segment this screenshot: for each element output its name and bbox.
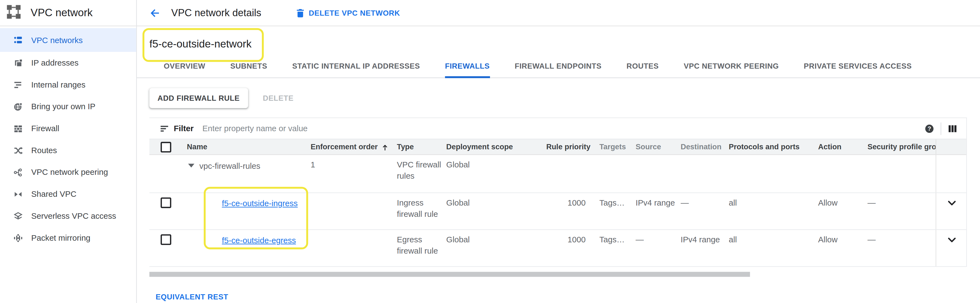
sidebar-item-label: Internal ranges	[31, 80, 85, 89]
row-checkbox[interactable]	[161, 197, 171, 208]
column-header-enforcement-label: Enforcement order	[311, 143, 378, 151]
network-name: f5-ce-outside-network	[150, 37, 980, 52]
sidebar-item-label: Routes	[31, 146, 57, 155]
column-header-name[interactable]: Name	[185, 143, 309, 151]
rule-link-ingress[interactable]: f5-ce-outside-ingress	[222, 199, 298, 208]
row-deployment-scope: Global	[446, 230, 546, 266]
table-row-f5-ce-outside-egress: f5-ce-outside-egress Egress firewall rul…	[150, 230, 966, 267]
group-name-cell: vpc-firewall-rules	[185, 155, 309, 193]
tab-overview[interactable]: OVERVIEW	[164, 57, 205, 78]
tab-static-internal-ip-addresses[interactable]: STATIC INTERNAL IP ADDRESSES	[292, 57, 420, 78]
horizontal-scrollbar[interactable]	[150, 272, 750, 277]
delete-vpc-network-label: DELETE VPC NETWORK	[309, 8, 400, 17]
sidebar-item-label: VPC network peering	[31, 167, 108, 177]
sidebar-item-packet-mirroring[interactable]: Packet mirroring	[0, 227, 136, 249]
row-rule-priority: 1000	[546, 193, 591, 230]
column-header-source[interactable]: Source	[635, 143, 681, 151]
sidebar-item-label: Firewall	[31, 124, 59, 133]
shared-vpc-icon	[13, 189, 23, 199]
column-display-icon[interactable]	[948, 124, 958, 133]
add-firewall-rule-button[interactable]: ADD FIREWALL RULE	[150, 88, 248, 108]
row-name-cell: f5-ce-outside-egress	[185, 230, 309, 266]
row-name-cell: f5-ce-outside-ingress	[185, 193, 309, 230]
chevron-down-icon[interactable]	[947, 201, 956, 206]
filter-input[interactable]	[201, 123, 924, 134]
back-button[interactable]	[147, 5, 162, 20]
sidebar-item-firewall[interactable]: Firewall	[0, 117, 136, 140]
row-checkbox-cell	[150, 193, 185, 230]
group-name: vpc-firewall-rules	[199, 160, 260, 172]
row-source: IPv4 range	[635, 193, 681, 230]
sidebar-header: VPC network	[0, 0, 136, 26]
sidebar-item-shared-vpc[interactable]: Shared VPC	[0, 183, 136, 205]
trash-icon	[296, 8, 304, 17]
sidebar-nav: VPC networks IP addresses Internal range…	[0, 26, 136, 249]
column-header-rule-priority[interactable]: Rule priority	[546, 143, 591, 151]
sidebar-item-label: Packet mirroring	[31, 233, 90, 242]
rule-link-egress[interactable]: f5-ce-outside-egress	[222, 235, 296, 245]
sidebar-item-routes[interactable]: Routes	[0, 140, 136, 161]
sidebar-title: VPC network	[31, 6, 93, 19]
row-security-profile: —	[867, 193, 935, 230]
tab-firewall-endpoints[interactable]: FIREWALL ENDPOINTS	[515, 57, 601, 78]
delete-vpc-network-button[interactable]: DELETE VPC NETWORK	[296, 8, 400, 17]
help-icon[interactable]: ?	[924, 124, 934, 133]
chevron-down-icon[interactable]	[947, 237, 956, 243]
internal-ranges-icon	[13, 79, 23, 89]
tab-routes[interactable]: ROUTES	[627, 57, 659, 78]
sidebar-item-vpc-network-peering[interactable]: VPC network peering	[0, 161, 136, 183]
tab-subnets[interactable]: SUBNETS	[230, 57, 267, 78]
sidebar-item-label: Serverless VPC access	[31, 211, 116, 221]
table-row-group-vpc-firewall-rules: vpc-firewall-rules 1 VPC firewall rules …	[150, 155, 966, 193]
sidebar-item-internal-ranges[interactable]: Internal ranges	[0, 74, 136, 96]
sidebar-item-bring-your-own-ip[interactable]: Bring your own IP	[0, 95, 136, 117]
sidebar-item-vpc-networks[interactable]: VPC networks	[0, 28, 136, 52]
group-source	[635, 155, 681, 193]
column-header-deployment-scope[interactable]: Deployment scope	[446, 143, 546, 151]
page-title: VPC network details	[171, 7, 261, 18]
tab-private-services-access[interactable]: PRIVATE SERVICES ACCESS	[804, 57, 912, 78]
column-header-type[interactable]: Type	[397, 143, 446, 151]
column-header-enforcement-order[interactable]: Enforcement order	[309, 143, 397, 151]
column-header-action[interactable]: Action	[818, 143, 867, 151]
equivalent-rest-link[interactable]: EQUIVALENT REST	[156, 293, 228, 301]
sidebar-item-serverless-vpc-access[interactable]: Serverless VPC access	[0, 205, 136, 227]
group-protocols-ports	[729, 155, 818, 193]
vpc-network-logo-icon	[6, 4, 21, 22]
sidebar-item-ip-addresses[interactable]: IP addresses	[0, 52, 136, 74]
globe-icon	[13, 102, 23, 111]
group-type: VPC firewall rules	[397, 155, 446, 193]
header-checkbox-cell	[150, 141, 185, 152]
tab-bar: OVERVIEW SUBNETS STATIC INTERNAL IP ADDR…	[137, 57, 980, 78]
column-header-destination[interactable]: Destination	[681, 143, 729, 151]
row-type: Egress firewall rule	[397, 230, 446, 266]
row-checkbox[interactable]	[161, 235, 171, 245]
peering-icon	[13, 167, 23, 177]
row-source: —	[635, 230, 681, 266]
tab-firewalls[interactable]: FIREWALLS	[445, 57, 490, 78]
group-action	[818, 155, 867, 193]
row-destination: IPv4 range	[681, 230, 729, 266]
delete-rule-button[interactable]: DELETE	[263, 94, 293, 103]
sidebar-item-label: Bring your own IP	[31, 102, 95, 111]
row-action: Allow	[818, 230, 867, 266]
column-header-targets[interactable]: Targets	[591, 143, 636, 151]
tab-vpc-network-peering[interactable]: VPC NETWORK PEERING	[684, 57, 779, 78]
vpc-networks-icon	[13, 35, 23, 45]
row-checkbox-cell	[150, 230, 185, 266]
filter-bar: Filter ?	[150, 118, 966, 139]
row-targets: Tags…	[591, 193, 636, 230]
group-destination	[681, 155, 729, 193]
column-header-security-profile[interactable]: Security profile grou	[867, 143, 935, 151]
column-header-protocols-ports[interactable]: Protocols and ports	[729, 143, 818, 151]
group-deployment-scope: Global	[446, 155, 546, 193]
row-protocols-ports: all	[729, 193, 818, 230]
collapse-triangle-icon[interactable]	[188, 164, 194, 168]
routes-icon	[13, 145, 23, 155]
select-all-checkbox[interactable]	[161, 142, 171, 152]
firewall-icon	[13, 124, 23, 133]
filter-icon	[160, 124, 169, 133]
row-expand-cell	[935, 193, 967, 230]
row-targets: Tags…	[591, 230, 636, 266]
table-row-f5-ce-outside-ingress: f5-ce-outside-ingress Ingress firewall r…	[150, 193, 966, 230]
